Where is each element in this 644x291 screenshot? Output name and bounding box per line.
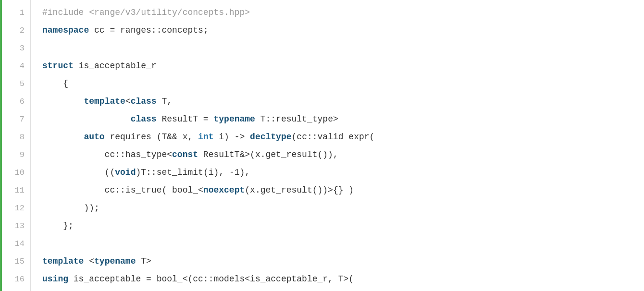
line-number: 6 bbox=[2, 93, 30, 110]
code-text: requires_(T&& x, bbox=[105, 132, 198, 142]
line-number: 13 bbox=[2, 217, 30, 235]
keyword: namespace bbox=[42, 25, 89, 35]
line-number: 16 bbox=[2, 270, 30, 288]
line-number: 14 bbox=[2, 235, 30, 253]
line-number: 12 bbox=[2, 199, 30, 217]
code-line: cc::is_true( bool_<noexcept(x.get_result… bbox=[42, 182, 644, 199]
code-line: template<class T, bbox=[42, 93, 644, 110]
code-line: template <typename T> bbox=[42, 253, 644, 270]
code-text: is_acceptable = bool_<(cc::models<is_acc… bbox=[68, 274, 354, 284]
line-number: 5 bbox=[2, 75, 30, 93]
code-text: )); bbox=[42, 203, 99, 213]
code-text: (x.get_result())>{} ) bbox=[245, 185, 354, 195]
keyword: class bbox=[131, 97, 157, 106]
code-text: T, bbox=[157, 97, 172, 106]
code-text: (( bbox=[42, 168, 115, 177]
keyword: class bbox=[131, 114, 157, 124]
code-text: ResultT&>(x.get_result()), bbox=[198, 150, 338, 159]
code-text: )T::set_limit(i), -1), bbox=[136, 168, 250, 177]
code-text: < bbox=[125, 97, 131, 106]
keyword: noexcept bbox=[203, 185, 245, 195]
line-number: 15 bbox=[2, 253, 30, 270]
keyword: decltype bbox=[250, 132, 291, 142]
line-number: 8 bbox=[2, 128, 30, 146]
builtin-type: int bbox=[198, 132, 213, 142]
line-number: 7 bbox=[2, 110, 30, 128]
code-line: { bbox=[42, 75, 644, 93]
code-text bbox=[42, 132, 84, 142]
code-text: i) -> bbox=[213, 132, 250, 142]
line-number: 11 bbox=[2, 182, 30, 199]
line-number: 1 bbox=[2, 4, 30, 22]
keyword: template bbox=[42, 256, 84, 266]
comment: #include <range/v3/utility/concepts.hpp> bbox=[42, 8, 250, 17]
line-number: 2 bbox=[2, 22, 30, 39]
code-text: ResultT = bbox=[157, 114, 214, 124]
code-text: cc = ranges::concepts; bbox=[89, 25, 208, 35]
code-text: { bbox=[42, 79, 68, 88]
code-text: T> bbox=[136, 256, 151, 266]
code-text: T::result_type> bbox=[255, 114, 338, 124]
code-line: auto requires_(T&& x, int i) -> decltype… bbox=[42, 128, 644, 146]
keyword: typename bbox=[213, 114, 255, 124]
code-text bbox=[42, 97, 84, 106]
code-line: struct is_acceptable_r bbox=[42, 57, 644, 75]
code-line: }; bbox=[42, 217, 644, 235]
keyword: typename bbox=[94, 256, 136, 266]
code-text bbox=[42, 114, 131, 124]
line-number: 9 bbox=[2, 146, 30, 164]
code-line: )); bbox=[42, 199, 644, 217]
keyword: struct bbox=[42, 61, 74, 71]
code-line: using is_acceptable = bool_<(cc::models<… bbox=[42, 270, 644, 288]
code-line: class ResultT = typename T::result_type> bbox=[42, 110, 644, 128]
keyword: const bbox=[172, 150, 198, 159]
code-line: cc::has_type<const ResultT&>(x.get_resul… bbox=[42, 146, 644, 164]
line-number: 10 bbox=[2, 164, 30, 182]
keyword: auto bbox=[84, 132, 104, 142]
code-line bbox=[42, 235, 644, 253]
keyword: void bbox=[115, 168, 136, 177]
code-line: #include <range/v3/utility/concepts.hpp> bbox=[42, 4, 644, 22]
code-editor: 12345678910111213141516 #include <range/… bbox=[0, 0, 644, 291]
code-text: (cc::valid_expr( bbox=[292, 132, 375, 142]
code-text: is_acceptable_r bbox=[74, 61, 157, 71]
code-line bbox=[42, 39, 644, 57]
line-numbers: 12345678910111213141516 bbox=[2, 0, 31, 291]
line-number: 4 bbox=[2, 57, 30, 75]
code-line: ((void)T::set_limit(i), -1), bbox=[42, 164, 644, 182]
keyword: template bbox=[84, 97, 125, 106]
code-area: #include <range/v3/utility/concepts.hpp>… bbox=[31, 0, 644, 291]
line-number: 3 bbox=[2, 39, 30, 57]
code-text: cc::is_true( bool_< bbox=[42, 185, 203, 195]
keyword: using bbox=[42, 274, 68, 284]
code-text: cc::has_type< bbox=[42, 150, 172, 159]
code-text: }; bbox=[42, 221, 74, 230]
code-text: < bbox=[84, 256, 94, 266]
code-line: namespace cc = ranges::concepts; bbox=[42, 22, 644, 39]
